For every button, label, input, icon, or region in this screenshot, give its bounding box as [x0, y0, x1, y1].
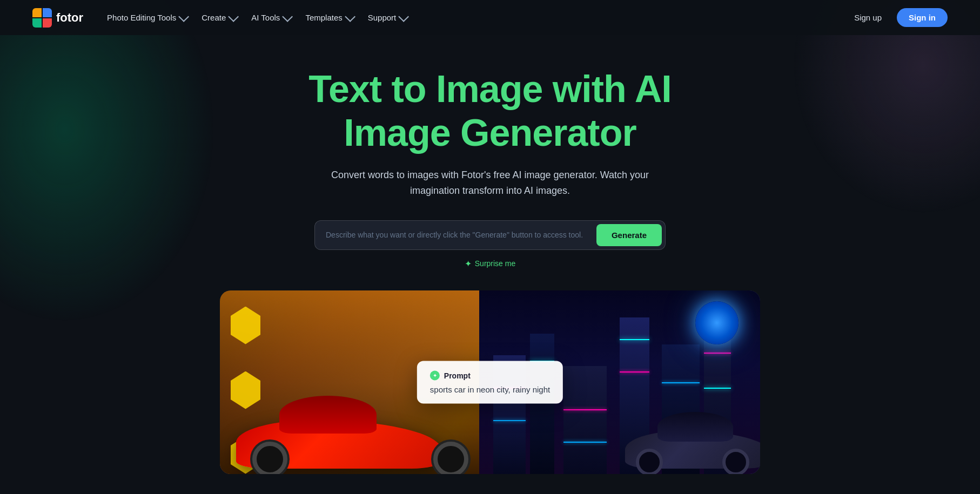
preview-inner: ✦ Prompt sports car in neon city, rainy … [220, 290, 760, 474]
neon-accent [563, 409, 607, 410]
sparkle-icon: ✦ [465, 259, 472, 269]
logo-link[interactable]: fotor [32, 8, 83, 28]
prompt-input[interactable] [326, 226, 596, 243]
neon-accent [620, 339, 649, 340]
nav-item-create-label: Create [202, 13, 226, 22]
red-car-wheel-left [252, 442, 287, 474]
dark-car-wheel-right [722, 449, 749, 474]
dark-car [614, 412, 760, 474]
navbar: fotor Photo Editing Tools Create AI Tool… [0, 0, 980, 35]
neon-accent [704, 353, 731, 354]
nav-right: Sign up Sign in [848, 8, 948, 27]
red-car-roof [279, 396, 377, 434]
neon-accent [620, 371, 649, 373]
chevron-down-icon [399, 11, 410, 22]
signup-button[interactable]: Sign up [848, 9, 888, 26]
prompt-sparkle-icon: ✦ [430, 370, 440, 380]
generate-button[interactable]: Generate [596, 224, 662, 246]
nav-item-templates[interactable]: Templates [299, 9, 359, 26]
logo-icon [32, 8, 52, 28]
building-3 [563, 366, 607, 474]
hero-title-line1: Text to Image with AI [308, 68, 671, 110]
logo-q2 [43, 8, 52, 17]
nav-item-ai-tools[interactable]: AI Tools [245, 9, 297, 26]
red-car-wheel-right [433, 442, 468, 474]
building-2 [530, 334, 554, 474]
hero-section: Text to Image with AI Image Generator Co… [0, 35, 980, 494]
preview-section: ✦ Prompt sports car in neon city, rainy … [220, 290, 760, 474]
nav-item-support[interactable]: Support [361, 9, 413, 26]
nav-item-support-label: Support [368, 13, 397, 22]
signin-button[interactable]: Sign in [897, 8, 948, 27]
nav-menu: Photo Editing Tools Create AI Tools Temp… [100, 9, 413, 26]
chevron-down-icon [178, 11, 189, 22]
logo-text: fotor [56, 11, 83, 25]
nav-item-photo-editing[interactable]: Photo Editing Tools [100, 9, 193, 26]
hero-title-line2: Image Generator [344, 112, 636, 154]
neon-accent [662, 382, 700, 383]
chevron-down-icon [345, 11, 355, 22]
surprise-me-button[interactable]: ✦ Surprise me [465, 259, 515, 269]
prompt-text: sports car in neon city, rainy night [430, 384, 550, 394]
prompt-label: Prompt [444, 371, 471, 380]
chevron-down-icon [283, 11, 293, 22]
prompt-card: ✦ Prompt sports car in neon city, rainy … [417, 361, 563, 403]
dark-car-roof [657, 412, 733, 442]
ferrari-logo-1 [231, 307, 260, 344]
neon-accent [704, 388, 731, 389]
hero-subtitle: Convert words to images with Fotor's fre… [328, 167, 652, 199]
chevron-down-icon [229, 11, 239, 22]
city-orb [695, 301, 739, 344]
logo-q3 [32, 18, 42, 28]
neon-accent [563, 442, 607, 443]
surprise-me-label: Surprise me [475, 259, 515, 268]
dark-car-wheel-left [636, 449, 663, 474]
logo-q1 [32, 8, 42, 17]
neon-accent [493, 420, 526, 421]
nav-item-templates-label: Templates [305, 13, 342, 22]
search-container: Generate [314, 220, 666, 250]
nav-item-create[interactable]: Create [195, 9, 243, 26]
nav-item-ai-tools-label: AI Tools [251, 13, 280, 22]
prompt-header: ✦ Prompt [430, 370, 550, 380]
logo-q4 [43, 18, 52, 28]
hero-title: Text to Image with AI Image Generator [308, 67, 671, 154]
nav-left: fotor Photo Editing Tools Create AI Tool… [32, 8, 413, 28]
nav-item-photo-editing-label: Photo Editing Tools [107, 13, 176, 22]
